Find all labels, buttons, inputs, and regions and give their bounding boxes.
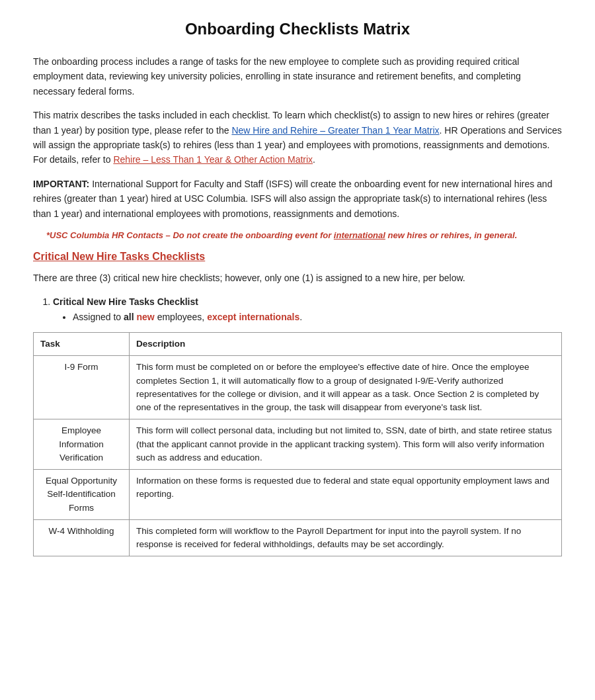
intro-text-2c: . bbox=[313, 154, 315, 165]
bullet-item-assigned: Assigned to all new employees, except in… bbox=[73, 310, 562, 324]
new-hire-rehire-matrix-link[interactable]: New Hire and Rehire – Greater Than 1 Yea… bbox=[231, 125, 439, 136]
table-cell-task: I-9 Form bbox=[34, 356, 130, 419]
table-cell-task: Employee Information Verification bbox=[34, 419, 130, 470]
usc-note-rest-part1: – Do not create the onboarding event for bbox=[163, 230, 334, 240]
bullet-new: new bbox=[134, 312, 155, 322]
table-header-task: Task bbox=[34, 333, 130, 356]
rehire-less-than-1yr-link[interactable]: Rehire – Less Than 1 Year & Other Action… bbox=[113, 154, 313, 165]
intro-paragraph-2: This matrix describes the tasks included… bbox=[33, 108, 562, 167]
bullet-all: all bbox=[124, 312, 134, 322]
bullet-except: except internationals bbox=[207, 312, 299, 322]
table-row: Employee Information VerificationThis fo… bbox=[34, 419, 562, 470]
intro-paragraph-1: The onboarding process includes a range … bbox=[33, 54, 562, 99]
table-cell-task: W-4 Withholding bbox=[34, 519, 130, 556]
checklist-list-item-1: Critical New Hire Tasks Checklist Assign… bbox=[53, 294, 562, 324]
table-cell-description: This completed form will workflow to the… bbox=[130, 519, 562, 556]
checklist-item-title: Critical New Hire Tasks Checklist bbox=[53, 296, 198, 307]
table-header-description: Description bbox=[130, 333, 562, 356]
table-cell-description: This form must be completed on or before… bbox=[130, 356, 562, 419]
table-header-row: Task Description bbox=[34, 333, 562, 356]
bullet-part2: employees, bbox=[155, 312, 207, 322]
intro-text-1: The onboarding process includes a range … bbox=[33, 56, 521, 97]
page-title: Onboarding Checklists Matrix bbox=[33, 20, 562, 38]
table-row: W-4 WithholdingThis completed form will … bbox=[34, 519, 562, 556]
usc-note-italic-word: international bbox=[334, 230, 385, 240]
checklist-bullet-list: Assigned to all new employees, except in… bbox=[73, 310, 562, 324]
table-cell-description: Information on these forms is requested … bbox=[130, 470, 562, 520]
important-text: International Support for Faculty and St… bbox=[33, 179, 552, 219]
table-cell-description: This form will collect personal data, in… bbox=[130, 419, 562, 470]
usc-note: *USC Columbia HR Contacts – Do not creat… bbox=[46, 230, 562, 240]
task-table: Task Description I-9 FormThis form must … bbox=[33, 332, 562, 556]
usc-note-rest-part2: new hires or rehires, in general. bbox=[385, 230, 517, 240]
critical-checklists-heading: Critical New Hire Tasks Checklists bbox=[33, 251, 562, 263]
checklist-ordered-list: Critical New Hire Tasks Checklist Assign… bbox=[53, 294, 562, 324]
table-row: Equal Opportunity Self-Identification Fo… bbox=[34, 470, 562, 520]
bullet-part3: . bbox=[299, 312, 302, 322]
three-critical-text: There are three (3) critical new hire ch… bbox=[33, 271, 562, 285]
important-paragraph: IMPORTANT: International Support for Fac… bbox=[33, 177, 562, 221]
bullet-text-part1: Assigned to bbox=[73, 312, 124, 322]
table-cell-task: Equal Opportunity Self-Identification Fo… bbox=[34, 470, 130, 520]
important-label: IMPORTANT: bbox=[33, 179, 89, 189]
usc-note-bold: *USC Columbia HR Contacts bbox=[46, 230, 163, 240]
table-row: I-9 FormThis form must be completed on o… bbox=[34, 356, 562, 419]
